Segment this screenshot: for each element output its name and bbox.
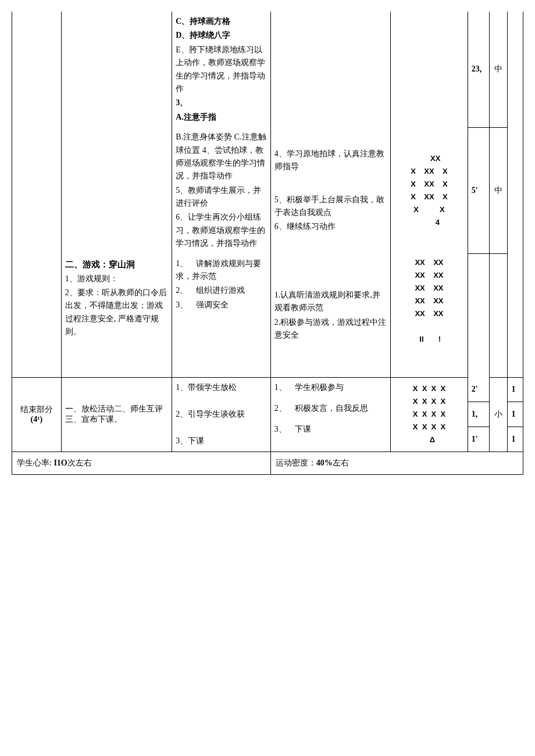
density-value: 40% xyxy=(316,458,333,467)
section-col: 结束部分 (4¹) xyxy=(12,377,62,452)
student-text: 4、学习原地拍球，认真注意教师指导 xyxy=(274,148,387,174)
teacher-text: 3、下课 xyxy=(176,435,266,447)
student-col: 1、 学生积极参与 2、 积极发言，自我反思 3、 下课 xyxy=(270,377,391,452)
table-row: 结束部分 (4¹) 一、放松活动二、师生互评三、宣布下课。 1、带领学生放松 2… xyxy=(12,377,523,402)
student-text: 2、 积极发言，自我反思 xyxy=(274,402,387,415)
teacher-col: B.注意身体姿势 C.注意触球位置 4、尝试拍球，教师巡场观察学生的学习情况，并… xyxy=(172,127,270,254)
time-cell: 5' xyxy=(468,127,489,254)
teacher-text: B.注意身体姿势 C.注意触球位置 4、尝试拍球，教师巡场观察学生的学习情况，并… xyxy=(176,131,266,183)
intensity-cell: 中 xyxy=(489,127,508,254)
content-col xyxy=(61,127,172,254)
intensity-cell: 中 xyxy=(489,12,508,127)
content-col: 二、游戏：穿山洞 1、游戏规则： 2、要求：听从教师的口令后出发，不得随意出发；… xyxy=(61,254,172,377)
section-col xyxy=(12,254,62,377)
heart-rate-cell: 学生心率: I1O次左右 xyxy=(12,452,271,474)
hr-label: 学生心率: xyxy=(17,458,54,467)
table-row: 学生心率: I1O次左右 运动密度：40%左右 xyxy=(12,452,523,474)
time-cell: 2' xyxy=(468,377,489,402)
student-text: 3、 下课 xyxy=(274,423,387,436)
label-d: D、持球绕八字 xyxy=(176,31,230,40)
count-cell xyxy=(508,127,523,254)
diagram-col: X X X X X X X X X X X X X X X X Δ xyxy=(391,377,468,452)
section-col xyxy=(12,127,62,254)
hr-value: I1O xyxy=(54,458,67,467)
diagram-col xyxy=(391,12,468,127)
formation-diagram-2: XX XX XX XX XX XX XX XX XX XX II ! xyxy=(394,256,463,346)
formation-diagram-1: XX X XX X X XX X X XX X X X 4 xyxy=(394,152,463,230)
intensity-cell xyxy=(489,254,508,377)
time-cell xyxy=(468,254,489,377)
intensity-cell: 小 xyxy=(489,377,508,452)
count-cell: 1 xyxy=(508,377,523,402)
student-col xyxy=(270,12,391,127)
game-rule: 1、游戏规则： xyxy=(65,273,169,285)
teacher-col: C、持球画方格 D、持球绕八字 E、胯下绕球原地练习以上动作，教师巡场观察学生的… xyxy=(172,12,270,127)
table-row: B.注意身体姿势 C.注意触球位置 4、尝试拍球，教师巡场观察学生的学习情况，并… xyxy=(12,127,523,254)
diagram-col: XX X XX X X XX X X XX X X X 4 xyxy=(391,127,468,254)
count-cell xyxy=(508,254,523,377)
teacher-text: 5、教师请学生展示，并进行评价 xyxy=(176,184,266,210)
density-label: 运动密度： xyxy=(276,458,316,467)
label-e: E、胯下绕球原地练习以上动作，教师巡场观察学生的学习情况，并指导动作 xyxy=(176,45,265,93)
section-title: 结束部分 xyxy=(16,404,58,415)
teacher-col: 1、带领学生放松 2、引导学生谈收获 3、下课 xyxy=(172,377,270,452)
student-text: 2.积极参与游戏，游戏过程中注意安全 xyxy=(274,316,387,342)
density-suffix: 左右 xyxy=(333,458,349,467)
student-text: 1、 学生积极参与 xyxy=(274,381,387,394)
teacher-text: 1、带领学生放松 xyxy=(176,381,266,394)
content-col xyxy=(61,12,172,127)
game-title: 二、游戏：穿山洞 xyxy=(65,257,169,271)
time-cell: 1' xyxy=(468,427,489,452)
teacher-text: 1、 讲解游戏规则与要求，并示范 xyxy=(176,257,266,284)
table-row: C、持球画方格 D、持球绕八字 E、胯下绕球原地练习以上动作，教师巡场观察学生的… xyxy=(12,12,523,127)
student-col: 4、学习原地拍球，认真注意教师指导 5、积极举手上台展示自我，敢于表达自我观点 … xyxy=(270,127,391,254)
count-cell: 1 xyxy=(508,402,523,427)
section-time: (4¹) xyxy=(16,415,58,424)
game-req: 2、要求：听从教师的口令后出发，不得随意出发；游戏过程注意安全, 严格遵守规则。 xyxy=(65,286,169,339)
table-row: 二、游戏：穿山洞 1、游戏规则： 2、要求：听从教师的口令后出发，不得随意出发；… xyxy=(12,254,523,377)
student-text: 6、继续练习动作 xyxy=(274,220,387,233)
section-col xyxy=(12,12,62,127)
student-text: 1.认真听清游戏规则和要求,并观看教师示范 xyxy=(274,289,387,315)
label-c: C、持球画方格 xyxy=(176,17,230,26)
hr-suffix: 次左右 xyxy=(67,458,92,467)
label-3: 3、 xyxy=(176,96,266,109)
density-cell: 运动密度：40%左右 xyxy=(270,452,523,474)
content-col: 一、放松活动二、师生互评三、宣布下课。 xyxy=(61,377,172,452)
time-cell: 23, xyxy=(468,12,489,127)
count-cell: 1 xyxy=(508,427,523,452)
student-text: 5、积极举手上台展示自我，敢于表达自我观点 xyxy=(274,194,387,220)
diagram-col: XX XX XX XX XX XX XX XX XX XX II ! xyxy=(391,254,468,377)
label-a: A.注意手指 xyxy=(176,113,216,121)
lesson-plan-table: C、持球画方格 D、持球绕八字 E、胯下绕球原地练习以上动作，教师巡场观察学生的… xyxy=(12,12,523,475)
count-cell xyxy=(508,12,523,127)
teacher-text: 2、引导学生谈收获 xyxy=(176,408,266,421)
teacher-text: 2、 组织进行游戏 xyxy=(176,284,266,297)
teacher-col: 1、 讲解游戏规则与要求，并示范 2、 组织进行游戏 3、 强调安全 xyxy=(172,254,270,377)
teacher-text: 3、 强调安全 xyxy=(176,299,266,311)
teacher-text: 6、让学生再次分小组练习，教师巡场观察学生的学习情况，并指导动作 xyxy=(176,211,266,250)
formation-diagram-3: X X X X X X X X X X X X X X X X Δ xyxy=(394,382,463,446)
student-col: 1.认真听清游戏规则和要求,并观看教师示范 2.积极参与游戏，游戏过程中注意安全 xyxy=(270,254,391,377)
time-cell: 1, xyxy=(468,402,489,427)
